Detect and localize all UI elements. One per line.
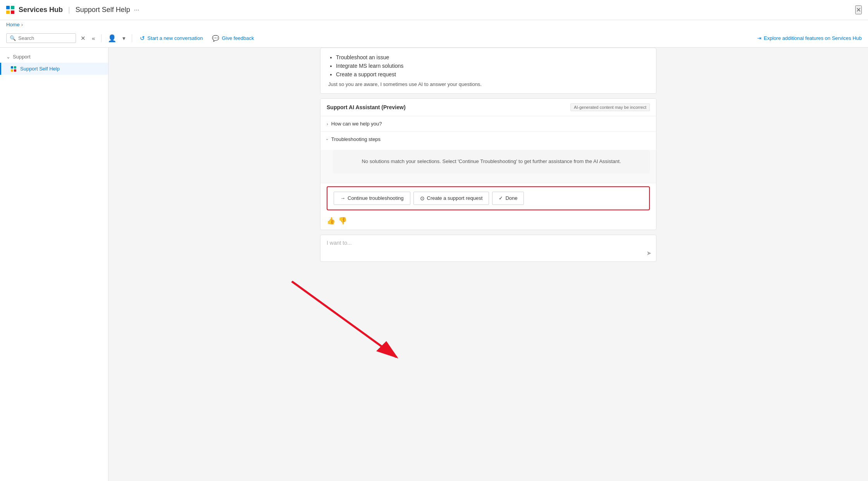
content-inner: Troubleshoot an issue Integrate MS learn… — [314, 48, 663, 274]
give-feedback-button[interactable]: 💬 Give feedback — [209, 33, 257, 43]
ai-assistant-title: Support AI Assistant (Preview) — [327, 104, 406, 110]
user-dropdown-button[interactable]: ▾ — [121, 34, 127, 43]
explore-link[interactable]: ⇥ Explore additional features on Service… — [757, 35, 862, 41]
ai-generated-badge: AI-generated content may be incorrect — [570, 103, 650, 111]
title-ellipsis-btn[interactable]: ··· — [134, 7, 139, 14]
breadcrumb-chevron: › — [21, 22, 23, 27]
explore-label: Explore additional features on Services … — [764, 35, 862, 41]
troubleshooting-content: No solutions match your selections. Sele… — [320, 150, 656, 183]
toolbar: 🔍 ✕ « 👤 ▾ ↺ Start a new conversation 💬 G… — [0, 29, 868, 48]
main-layout: ⌄ Support Support Self Help Trou — [0, 48, 868, 481]
done-label: Done — [505, 195, 517, 201]
breadcrumb: Home › — [0, 20, 868, 29]
intro-card: Troubleshoot an issue Integrate MS learn… — [320, 48, 656, 94]
search-box: 🔍 — [6, 33, 76, 43]
create-support-request-button[interactable]: ⊙ Create a support request — [413, 192, 489, 205]
breadcrumb-home[interactable]: Home — [6, 22, 20, 27]
title-bar: Services Hub | Support Self Help ··· ✕ — [0, 0, 868, 20]
sidebar: ⌄ Support Support Self Help — [0, 48, 108, 481]
how-can-we-help-section: › How can we help you? — [320, 116, 656, 132]
logo-tile-3 — [6, 10, 10, 14]
user-icon-button[interactable]: 👤 — [106, 33, 118, 43]
start-conversation-button[interactable]: ↺ Start a new conversation — [137, 33, 206, 43]
ai-assistant-card: Support AI Assistant (Preview) AI-genera… — [320, 98, 656, 230]
no-solutions-message: No solutions match your selections. Sele… — [333, 150, 650, 174]
refresh-icon: ↺ — [140, 35, 145, 42]
how-can-we-help-header[interactable]: › How can we help you? — [320, 116, 656, 131]
support-icon: ⊙ — [420, 195, 425, 201]
toolbar-divider-1 — [101, 34, 102, 42]
feedback-icon: 💬 — [212, 35, 219, 42]
continue-icon: → — [340, 195, 345, 201]
section2-chevron: › — [325, 139, 330, 140]
input-card: I want to... ➤ — [320, 235, 656, 262]
feedback-row: 👍 👎 — [320, 213, 656, 230]
toolbar-divider-2 — [132, 34, 132, 42]
annotation-arrow-line — [292, 282, 396, 357]
capability-list: Troubleshoot an issue Integrate MS learn… — [328, 54, 648, 77]
action-buttons-row: → Continue troubleshooting ⊙ Create a su… — [327, 186, 650, 210]
app-subtitle: Support Self Help — [76, 6, 130, 14]
capability-item-2: Integrate MS learn solutions — [336, 63, 648, 69]
troubleshooting-header[interactable]: › Troubleshooting steps — [320, 132, 656, 147]
create-support-label: Create a support request — [427, 195, 483, 201]
logo-tile-4 — [11, 10, 14, 14]
logo-tile-2 — [11, 6, 14, 9]
sidebar-group-chevron: ⌄ — [6, 54, 10, 60]
sidebar-item-label: Support Self Help — [20, 66, 60, 72]
search-icon: 🔍 — [10, 35, 16, 41]
start-conversation-label: Start a new conversation — [147, 35, 203, 41]
collapse-button[interactable]: « — [90, 34, 96, 42]
troubleshooting-section: › Troubleshooting steps No solutions mat… — [320, 132, 656, 183]
ai-card-header: Support AI Assistant (Preview) AI-genera… — [320, 99, 656, 116]
sidebar-group-label: Support — [13, 54, 31, 60]
app-logo — [6, 6, 15, 14]
sidebar-item-icon — [11, 66, 17, 72]
send-button[interactable]: ➤ — [646, 249, 651, 257]
done-button[interactable]: ✓ Done — [492, 192, 524, 205]
input-area-wrapper: I want to... ➤ — [320, 235, 656, 268]
close-button[interactable]: ✕ — [855, 5, 862, 14]
capability-item-3: Create a support request — [336, 71, 648, 77]
ai-note: Just so you are aware, I sometimes use A… — [328, 81, 648, 87]
sidebar-group-header[interactable]: ⌄ Support — [0, 51, 108, 63]
section2-label: Troubleshooting steps — [331, 136, 381, 142]
capability-item-1: Troubleshoot an issue — [336, 54, 648, 60]
title-bar-left: Services Hub | Support Self Help ··· — [6, 6, 855, 14]
title-separator: | — [68, 6, 70, 14]
content-scroll[interactable]: Troubleshoot an issue Integrate MS learn… — [108, 48, 868, 481]
thumbs-down-button[interactable]: 👎 — [338, 216, 347, 225]
section1-label: How can we help you? — [331, 121, 382, 127]
thumbs-up-button[interactable]: 👍 — [327, 216, 335, 225]
continue-label: Continue troubleshooting — [348, 195, 404, 201]
continue-troubleshooting-button[interactable]: → Continue troubleshooting — [334, 192, 410, 205]
app-title: Services Hub — [19, 6, 63, 14]
give-feedback-label: Give feedback — [222, 35, 254, 41]
sidebar-item-support-self-help[interactable]: Support Self Help — [0, 63, 108, 75]
clear-search-button[interactable]: ✕ — [79, 34, 87, 43]
input-placeholder: I want to... — [327, 240, 352, 246]
content-area: Troubleshoot an issue Integrate MS learn… — [108, 48, 868, 481]
sidebar-group-support: ⌄ Support Support Self Help — [0, 48, 108, 78]
done-icon: ✓ — [499, 195, 503, 201]
section1-chevron: › — [327, 122, 328, 126]
logo-tile-1 — [6, 6, 10, 9]
search-input[interactable] — [18, 35, 61, 41]
explore-icon: ⇥ — [757, 35, 761, 41]
